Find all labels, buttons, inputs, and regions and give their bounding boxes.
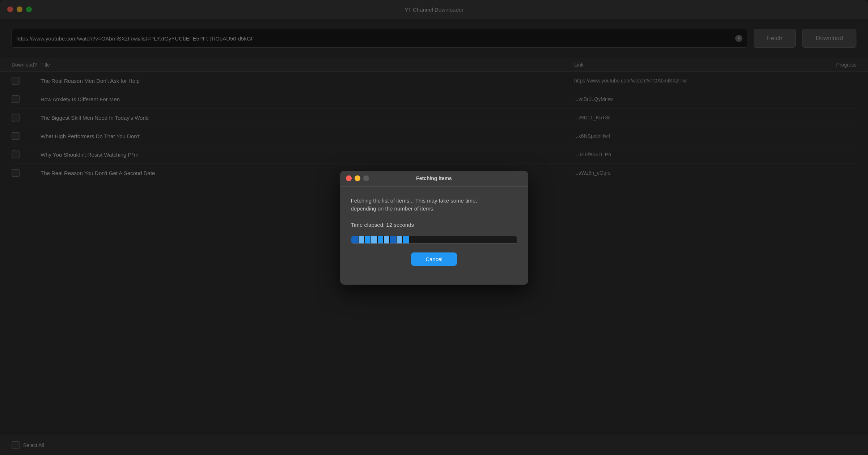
main-window: YT Channel Downloader ✕ Fetch Download D… [0, 0, 868, 455]
modal-title-bar: Fetching items [340, 171, 528, 187]
progress-bar-fill [351, 236, 414, 243]
modal-title: Fetching items [416, 175, 452, 181]
time-elapsed: Time elapsed: 12 seconds [351, 222, 517, 228]
modal-dialog: Fetching items Fetching the list of item… [340, 171, 528, 285]
modal-overlay: Fetching items Fetching the list of item… [0, 0, 868, 455]
cancel-button[interactable]: Cancel [411, 252, 457, 266]
progress-bar-container [351, 236, 517, 244]
modal-minimize-button[interactable] [355, 175, 360, 181]
modal-window-controls [346, 175, 369, 181]
modal-message: Fetching the list of items... This may t… [351, 197, 517, 213]
modal-maximize-button[interactable] [363, 175, 369, 181]
modal-body: Fetching the list of items... This may t… [340, 187, 528, 275]
modal-close-button[interactable] [346, 175, 352, 181]
